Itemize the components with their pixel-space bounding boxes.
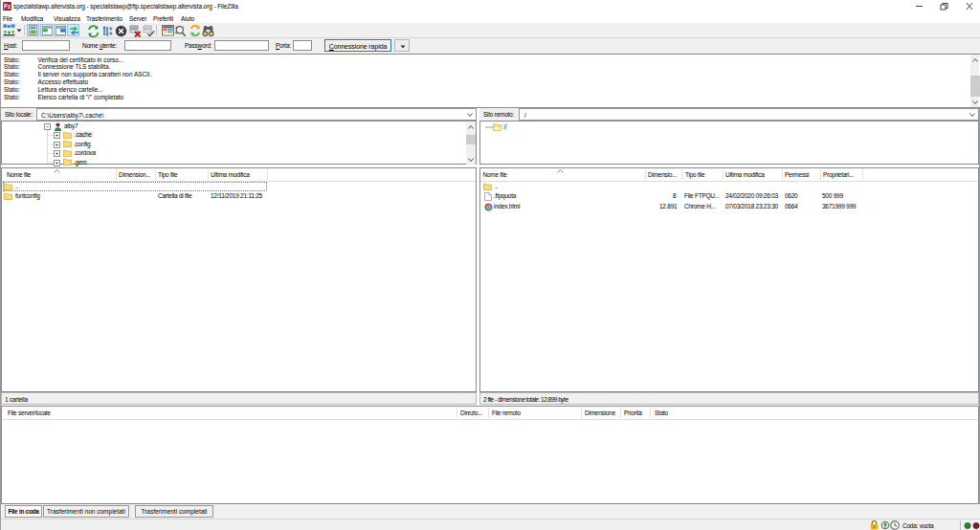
svg-text:Fz: Fz	[4, 3, 11, 10]
